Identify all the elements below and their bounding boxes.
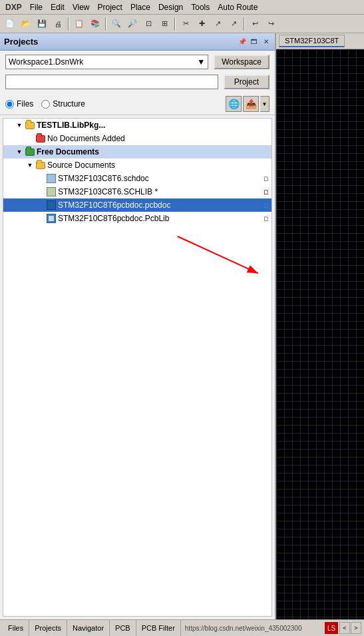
- menu-project[interactable]: Project: [94, 1, 126, 13]
- pcblib-icon: [46, 213, 57, 224]
- status-nav-next[interactable]: >: [351, 622, 361, 634]
- workspace-button[interactable]: Workspace: [214, 55, 270, 69]
- toolbar-save[interactable]: 💾: [35, 17, 49, 31]
- project-input[interactable]: [5, 75, 218, 89]
- pcb-tab-bar: STM32F103C8T: [276, 33, 364, 49]
- status-nav-prev[interactable]: <: [339, 622, 350, 634]
- status-nav: < >: [339, 622, 361, 634]
- project-button[interactable]: Project: [224, 75, 270, 89]
- expand-pcbdoc: [35, 200, 46, 210]
- sch-icon: [46, 173, 57, 184]
- files-radio[interactable]: [5, 100, 14, 109]
- structure-radio[interactable]: [41, 100, 50, 109]
- workspace-row: Workspace1.DsnWrk ▼ Workspace: [0, 51, 275, 73]
- toolbar-zoom-area[interactable]: ⊞: [157, 17, 172, 31]
- toolbar-add-lib[interactable]: 📚: [88, 17, 102, 31]
- statusbar: Files Projects Navigator PCB PCB Filter …: [0, 619, 364, 636]
- expand-freedocs[interactable]: ▼: [14, 147, 25, 157]
- toolbar-zoom-out[interactable]: 🔎: [125, 17, 140, 31]
- svg-line-0: [178, 236, 258, 273]
- expand-schlib: [35, 186, 46, 197]
- toolbar-undo[interactable]: ↩: [248, 17, 262, 31]
- toolbar-redo[interactable]: ↪: [264, 17, 278, 31]
- panel-pin-btn[interactable]: 📌: [238, 37, 247, 47]
- nodocs-label: No Documents Added: [47, 134, 272, 143]
- panel-controls: 📌 🗔 ✕: [238, 37, 271, 47]
- expand-sourcedocs[interactable]: ▼: [25, 160, 35, 170]
- status-ls-indicator: LS: [325, 622, 338, 634]
- menu-edit[interactable]: Edit: [47, 1, 69, 13]
- pcb-grid-view: [276, 49, 364, 619]
- tree-item-pcblib[interactable]: STM32F10C8T6pcbdoc.PcbLib 🗋: [3, 212, 272, 225]
- schlib-label: STM32F103C8T6.SCHLIB *: [58, 187, 258, 196]
- project-row: Project: [0, 73, 275, 93]
- doc-icon-schdoc: 🗋: [261, 173, 272, 184]
- doc-icon-pcblib: 🗋: [261, 213, 272, 224]
- toolbar-open[interactable]: 📂: [19, 17, 33, 31]
- folder-yellow-src-icon: [35, 160, 46, 170]
- toolbar-sep4: [244, 17, 245, 31]
- toolbar-print[interactable]: 🖨: [51, 17, 65, 31]
- workspace-dropdown[interactable]: Workspace1.DsnWrk ▼: [5, 55, 208, 69]
- menu-autoroute[interactable]: Auto Route: [214, 1, 262, 13]
- schlib-icon: [46, 186, 57, 197]
- toolbar-wire[interactable]: ↗: [210, 17, 225, 31]
- panel-close-btn[interactable]: ✕: [262, 37, 271, 47]
- tree-item-testlib[interactable]: ▼ TESTLIB.LibPkg...: [3, 119, 272, 132]
- radio-group: Files Structure: [5, 99, 220, 109]
- sourcedocs-label: Source Documents: [47, 160, 272, 170]
- doc-icon-schlib: 🗋: [261, 186, 272, 197]
- tree-item-sourcedocs[interactable]: ▼ Source Documents: [3, 159, 272, 172]
- menubar: DXP File Edit View Project Place Design …: [0, 0, 364, 15]
- pcblib-label: STM32F10C8T6pcbdoc.PcbLib: [58, 214, 258, 223]
- toolbar-sep1: [68, 17, 69, 31]
- view-dropdown-btn[interactable]: ▼: [260, 96, 270, 112]
- testlib-label: TESTLIB.LibPkg...: [37, 121, 272, 130]
- view-icons: 🌐 📤 ▼: [226, 96, 270, 112]
- freedocs-label: Free Documents: [37, 147, 272, 157]
- toolbar-cut[interactable]: ✂: [178, 17, 193, 31]
- view-row: Files Structure 🌐 📤 ▼: [0, 93, 275, 115]
- files-radio-item[interactable]: Files: [5, 99, 33, 109]
- toolbar-new[interactable]: 📄: [3, 17, 17, 31]
- toolbar-bus[interactable]: ↗: [226, 17, 241, 31]
- toolbar-zoom-fit[interactable]: ⊡: [141, 17, 156, 31]
- import-icon-btn[interactable]: 📤: [243, 96, 259, 112]
- schdoc-label: STM32F103C8T6.schdoc: [58, 174, 258, 183]
- menu-design[interactable]: Design: [154, 1, 187, 13]
- structure-label: Structure: [53, 99, 85, 109]
- structure-radio-item[interactable]: Structure: [41, 99, 85, 109]
- status-tab-files[interactable]: Files: [3, 620, 29, 636]
- panel-float-btn[interactable]: 🗔: [250, 37, 259, 47]
- pcb-tab[interactable]: STM32F103C8T: [279, 35, 345, 47]
- expand-pcblib: [35, 213, 46, 224]
- toolbar-add-sheet[interactable]: 📋: [72, 17, 87, 31]
- status-tab-navigator[interactable]: Navigator: [67, 620, 110, 636]
- toolbar-zoom-in[interactable]: 🔍: [109, 17, 124, 31]
- folder-green-icon: [25, 147, 35, 157]
- status-tab-pcb[interactable]: PCB: [110, 620, 136, 636]
- pcb-icon: [46, 200, 57, 210]
- tree-item-schlib[interactable]: STM32F103C8T6.SCHLIB * 🗋: [3, 185, 272, 198]
- toolbar-sep3: [174, 17, 176, 31]
- menu-view[interactable]: View: [69, 1, 94, 13]
- statusbar-right: LS < >: [325, 622, 361, 634]
- expand-testlib[interactable]: ▼: [14, 120, 25, 131]
- menu-file[interactable]: File: [26, 1, 47, 13]
- statusbar-url: https://blog.csdn.net/weixin_435002300: [181, 625, 325, 632]
- tree-item-freedocs[interactable]: ▼ Free Documents: [3, 145, 272, 159]
- network-icon-btn[interactable]: 🌐: [226, 96, 242, 112]
- status-tab-projects[interactable]: Projects: [29, 620, 67, 636]
- tree-item-nodocs[interactable]: No Documents Added: [3, 132, 272, 145]
- folder-red-icon: [35, 133, 46, 144]
- expand-schdoc: [35, 173, 46, 184]
- status-tab-pcbfilter[interactable]: PCB Filter: [136, 620, 181, 636]
- tree-item-pcbdoc[interactable]: STM32F10C8T6pcbdoc.pcbdoc 🗋: [3, 198, 272, 212]
- menu-tools[interactable]: Tools: [187, 1, 214, 13]
- panel-header: Projects 📌 🗔 ✕: [0, 33, 275, 51]
- tree-item-schdoc[interactable]: STM32F103C8T6.schdoc 🗋: [3, 172, 272, 185]
- pcb-panel: STM32F103C8T: [276, 33, 364, 619]
- toolbar-place[interactable]: ✚: [194, 17, 209, 31]
- chevron-down-icon: ▼: [197, 57, 205, 67]
- menu-place[interactable]: Place: [126, 1, 154, 13]
